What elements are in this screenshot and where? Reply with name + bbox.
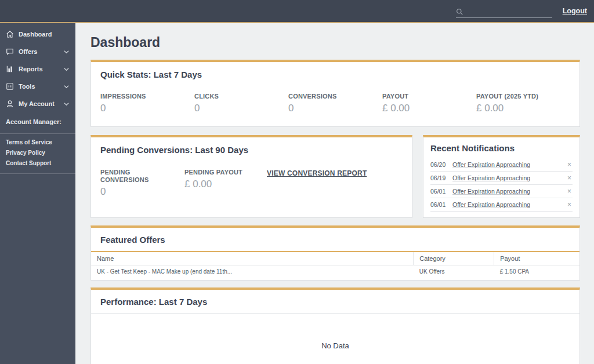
- table-row[interactable]: UK - Get Test Keep - MAC Make up (end da…: [91, 265, 579, 278]
- stat-conversions: CONVERSIONS 0: [288, 93, 382, 114]
- sidebar-item-offers[interactable]: Offers: [0, 43, 75, 60]
- main-content: Dashboard Quick Stats: Last 7 Days IMPRE…: [75, 23, 594, 364]
- column-header-payout[interactable]: Payout: [494, 252, 579, 265]
- sidebar-item-dashboard[interactable]: Dashboard: [0, 26, 75, 43]
- account-manager-label: Account Manager:: [0, 112, 75, 129]
- notification-link[interactable]: Offer Expiration Approaching: [452, 188, 530, 195]
- sidebar-item-my-account[interactable]: My Account: [0, 95, 75, 112]
- recent-notifications-title: Recent Notifications: [430, 143, 573, 153]
- notification-date: 06/01: [430, 188, 448, 195]
- stat-impressions: IMPRESSIONS 0: [100, 93, 194, 114]
- search-icon: [456, 8, 463, 16]
- privacy-policy-link[interactable]: Privacy Policy: [0, 148, 75, 158]
- contact-support-link[interactable]: Contact Support: [0, 158, 75, 169]
- home-icon: [6, 30, 14, 38]
- recent-notifications-card: Recent Notifications 06/20 Offer Expirat…: [423, 135, 580, 218]
- stat-label: IMPRESSIONS: [100, 93, 194, 100]
- chevron-down-icon: [63, 49, 70, 55]
- stat-payout: PAYOUT £ 0.00: [382, 93, 476, 114]
- close-icon[interactable]: ×: [566, 161, 573, 168]
- stat-value: 0: [100, 103, 194, 114]
- close-icon[interactable]: ×: [566, 188, 573, 195]
- stat-value: £ 0.00: [382, 103, 476, 114]
- stat-value: 0: [288, 103, 382, 114]
- sidebar-item-label: Reports: [19, 65, 43, 72]
- stat-label: PENDING CONVERSIONS: [100, 169, 165, 183]
- topbar: Logout: [0, 0, 594, 22]
- notification-row: 06/01 Offer Expiration Approaching ×: [430, 185, 573, 198]
- sidebar-item-label: Offers: [19, 48, 37, 55]
- bar-chart-icon: [6, 65, 14, 73]
- column-header-category[interactable]: Category: [414, 252, 494, 265]
- stat-value: 0: [100, 186, 184, 198]
- notification-link[interactable]: Offer Expiration Approaching: [452, 174, 530, 181]
- chevron-down-icon: [63, 101, 70, 107]
- notification-row: 06/01 Offer Expiration Approaching ×: [430, 198, 573, 212]
- notification-date: 06/20: [430, 161, 448, 168]
- stat-clicks: CLICKS 0: [194, 93, 288, 114]
- stat-payout-ytd: PAYOUT (2025 YTD) £ 0.00: [476, 93, 570, 114]
- stat-value: £ 0.00: [184, 179, 267, 190]
- view-conversion-report-link[interactable]: VIEW CONVERSION REPORT: [267, 169, 367, 198]
- featured-offers-card: Featured Offers Name Category Payout UK …: [90, 225, 580, 281]
- sidebar-item-label: Dashboard: [19, 31, 52, 38]
- sidebar-item-reports[interactable]: Reports: [0, 60, 75, 78]
- stat-label: CLICKS: [194, 93, 288, 100]
- search-input[interactable]: [467, 8, 552, 16]
- featured-offers-title: Featured Offers: [91, 228, 579, 251]
- pending-conversions-card: Pending Conversions: Last 90 Days PENDIN…: [90, 135, 412, 218]
- chat-icon: [6, 48, 14, 56]
- sidebar-divider: [0, 173, 75, 174]
- stat-label: PAYOUT: [382, 93, 476, 100]
- stat-value: £ 0.00: [476, 103, 570, 114]
- pending-conversions-title: Pending Conversions: Last 90 Days: [100, 145, 403, 155]
- close-icon[interactable]: ×: [566, 174, 573, 181]
- quick-stats-card: Quick Stats: Last 7 Days IMPRESSIONS 0 C…: [90, 60, 580, 127]
- stat-label: CONVERSIONS: [288, 93, 382, 100]
- notification-row: 06/20 Offer Expiration Approaching ×: [430, 158, 573, 172]
- offer-name-cell[interactable]: UK - Get Test Keep - MAC Make up (end da…: [91, 265, 414, 278]
- logout-link[interactable]: Logout: [563, 7, 587, 15]
- quick-stats-title: Quick Stats: Last 7 Days: [100, 70, 570, 79]
- user-icon: [6, 100, 14, 108]
- no-data-message: No Data: [91, 341, 579, 350]
- performance-title: Performance: Last 7 Days: [100, 297, 570, 307]
- close-icon[interactable]: ×: [566, 201, 573, 208]
- tools-icon: [6, 82, 14, 90]
- notification-date: 06/01: [430, 201, 448, 208]
- notification-link[interactable]: Offer Expiration Approaching: [452, 201, 530, 208]
- sidebar-item-label: Tools: [19, 83, 35, 90]
- page-title: Dashboard: [90, 35, 580, 50]
- search-box[interactable]: [456, 8, 552, 18]
- sidebar-item-tools[interactable]: Tools: [0, 78, 75, 95]
- offer-category-cell: UK Offers: [414, 265, 494, 278]
- chevron-down-icon: [63, 66, 70, 72]
- sidebar: Dashboard Offers Reports: [0, 23, 75, 364]
- stat-label: PENDING PAYOUT: [184, 169, 267, 176]
- chevron-down-icon: [63, 83, 70, 90]
- notification-row: 06/19 Offer Expiration Approaching ×: [430, 172, 573, 185]
- column-header-name[interactable]: Name: [91, 252, 414, 265]
- notification-date: 06/19: [430, 174, 448, 181]
- sidebar-item-label: My Account: [19, 100, 55, 107]
- performance-card: Performance: Last 7 Days No Data: [90, 287, 580, 364]
- terms-of-service-link[interactable]: Terms of Service: [0, 137, 75, 148]
- sidebar-divider: [0, 133, 75, 134]
- notification-link[interactable]: Offer Expiration Approaching: [452, 161, 530, 168]
- featured-offers-table: Name Category Payout UK - Get Test Keep …: [91, 251, 579, 278]
- stat-value: 0: [194, 103, 288, 114]
- stat-label: PAYOUT (2025 YTD): [476, 93, 570, 100]
- stat-pending-payout: PENDING PAYOUT £ 0.00: [184, 169, 267, 198]
- offer-payout-cell: £ 1.50 CPA: [494, 265, 579, 278]
- stat-pending-conversions: PENDING CONVERSIONS 0: [100, 169, 184, 198]
